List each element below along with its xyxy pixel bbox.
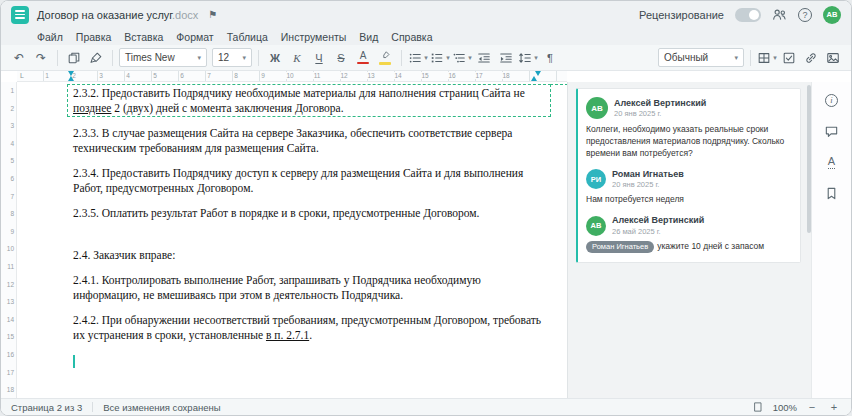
user-avatar[interactable]: АВ: [823, 6, 841, 24]
reply-author-avatar: АВ: [586, 216, 606, 236]
ruler-number: 14: [1, 316, 14, 323]
highlight-color-button[interactable]: [375, 48, 395, 68]
outdent-icon: [477, 51, 491, 65]
copy-button[interactable]: [64, 48, 84, 68]
ruler-number: 9: [1, 228, 14, 235]
menu-item-4[interactable]: Формат: [176, 31, 213, 43]
italic-button[interactable]: К: [287, 48, 307, 68]
reply-author-name: Алексей Вертинский: [612, 215, 704, 226]
ruler-number: 3: [1, 122, 14, 129]
zoom-value[interactable]: 100%: [773, 402, 797, 413]
help-button[interactable]: ?: [798, 8, 812, 22]
comment-thread[interactable]: АВ Алексей Вертинский 20 янв 2025 г. Кол…: [576, 88, 801, 263]
page-indicator[interactable]: Страница 2 из 3: [11, 402, 82, 413]
text-cursor: [73, 355, 75, 368]
ruler-number: 7: [1, 193, 14, 200]
divider: [401, 50, 402, 66]
numbered-list-icon: [430, 51, 444, 65]
fit-page-button[interactable]: [751, 400, 765, 414]
tab-stop-selector[interactable]: L: [20, 72, 24, 79]
comment-author-name: Алексей Вертинский: [614, 98, 706, 109]
ruler-number: 2: [1, 105, 14, 112]
font-size-select[interactable]: 12▾: [212, 48, 252, 67]
mention-chip[interactable]: Роман Игнатьев: [586, 241, 654, 253]
document-editor-window: Договор на оказание услуг.docx ⚑ Рецензи…: [0, 0, 852, 416]
comments-button[interactable]: [822, 122, 842, 140]
underline-button[interactable]: Ч: [309, 48, 329, 68]
text-run: 2.3.5. Оплатить результат Работ в порядк…: [73, 207, 479, 219]
menu-item-8[interactable]: Справка: [391, 31, 432, 43]
users-icon: [772, 7, 787, 22]
paragraph-2-3-2: 2.3.2. Предоставить Подрядчику необходим…: [73, 86, 545, 116]
multilevel-list-button[interactable]: ▾: [452, 48, 472, 68]
info-icon: i: [825, 94, 838, 107]
fit-page-icon: [752, 401, 764, 413]
line-spacing-button[interactable]: ▾: [518, 48, 538, 68]
ruler-number: 18: [1, 386, 14, 393]
text-run: 2.4. Заказчик вправе:: [73, 249, 175, 261]
ruler-number: 16: [447, 72, 456, 79]
menu-item-2[interactable]: Правка: [76, 31, 111, 43]
insert-link-button[interactable]: [801, 48, 821, 68]
left-indent-marker[interactable]: [68, 76, 74, 81]
zoom-out-button[interactable]: −: [805, 400, 819, 414]
ruler-number: 7: [206, 72, 212, 79]
bold-button[interactable]: Ж: [265, 48, 285, 68]
paragraph-2-3-4: 2.3.4. Предоставить Подрядчику доступ к …: [73, 166, 545, 196]
bookmarks-button[interactable]: [822, 184, 842, 202]
divider: [258, 50, 259, 66]
insert-table-button[interactable]: ▾: [757, 48, 777, 68]
paragraph-style-select[interactable]: Обычный▾: [658, 48, 744, 67]
menu-item-6[interactable]: Инструменты: [281, 31, 346, 43]
checkbox-icon: [782, 51, 796, 65]
font-family-select[interactable]: Times New▾: [119, 48, 207, 67]
paragraph-marks-button[interactable]: ¶: [540, 48, 560, 68]
indent-icon: [499, 51, 513, 65]
zoom-in-button[interactable]: +: [827, 400, 841, 414]
collaboration-users-button[interactable]: [772, 7, 787, 22]
decrease-indent-button[interactable]: [474, 48, 494, 68]
paragraph-2-3-3: 2.3.3. В случае размещения Сайта на серв…: [73, 126, 545, 156]
document-canvas[interactable]: 2.3.2. Предоставить Подрядчику необходим…: [17, 82, 567, 398]
favorite-flag-icon[interactable]: ⚑: [208, 9, 217, 20]
menu-bar: ФайлПравкаВставкаФорматТаблицаИнструмент…: [1, 28, 851, 45]
highlighter-icon: [379, 50, 391, 65]
ruler-number: 4: [1, 140, 14, 147]
comment-header: АВ Алексей Вертинский 20 янв 2025 г.: [586, 97, 792, 119]
app-logo-icon[interactable]: [11, 6, 29, 24]
ruler-number: 14: [393, 72, 402, 79]
menu-item-3[interactable]: Вставка: [124, 31, 163, 43]
insert-checkbox-button[interactable]: [779, 48, 799, 68]
comment-reply[interactable]: АВ Алексей Вертинский 26 май 2025 г. Ром…: [586, 215, 792, 253]
horizontal-ruler[interactable]: L 123456789101112131415161718: [17, 71, 567, 82]
status-bar: Страница 2 из 3 Все изменения сохранены …: [1, 398, 851, 415]
bullet-list-button[interactable]: ▾: [408, 48, 428, 68]
comment-author-block: Алексей Вертинский 20 янв 2025 г.: [614, 98, 706, 119]
menu-item-5[interactable]: Таблица: [227, 31, 268, 43]
ruler-number: 9: [260, 72, 266, 79]
document-text[interactable]: 2.3.2. Предоставить Подрядчику необходим…: [73, 86, 545, 353]
strikethrough-button[interactable]: S: [331, 48, 351, 68]
format-painter-button[interactable]: [86, 48, 106, 68]
menu-item-7[interactable]: Вид: [359, 31, 378, 43]
ruler-number: 8: [1, 210, 14, 217]
table-icon: [757, 51, 771, 65]
reply-date: 20 янв 2025 г.: [612, 180, 684, 189]
insert-image-button[interactable]: [823, 48, 843, 68]
numbered-list-button[interactable]: ▾: [430, 48, 450, 68]
about-button[interactable]: i: [822, 91, 842, 109]
undo-button[interactable]: ↶: [9, 48, 29, 68]
multilevel-list-icon: [452, 51, 466, 65]
spellcheck-button[interactable]: А: [822, 153, 842, 171]
font-color-button[interactable]: А: [353, 48, 373, 68]
review-mode-toggle[interactable]: [735, 8, 761, 22]
redo-button[interactable]: ↷: [31, 48, 51, 68]
right-indent-marker[interactable]: [531, 76, 537, 81]
comment-reply[interactable]: РИ Роман Игнатьев 20 янв 2025 г. Нам пот…: [586, 169, 792, 207]
increase-indent-button[interactable]: [496, 48, 516, 68]
vertical-ruler[interactable]: 123456789101112131415161718: [1, 82, 17, 398]
reply-author-name: Роман Игнатьев: [612, 169, 684, 180]
bookmark-icon: [824, 186, 839, 201]
text-run: 2.3.2. Предоставить Подрядчику необходим…: [73, 87, 525, 99]
menu-item-1[interactable]: Файл: [37, 31, 63, 43]
